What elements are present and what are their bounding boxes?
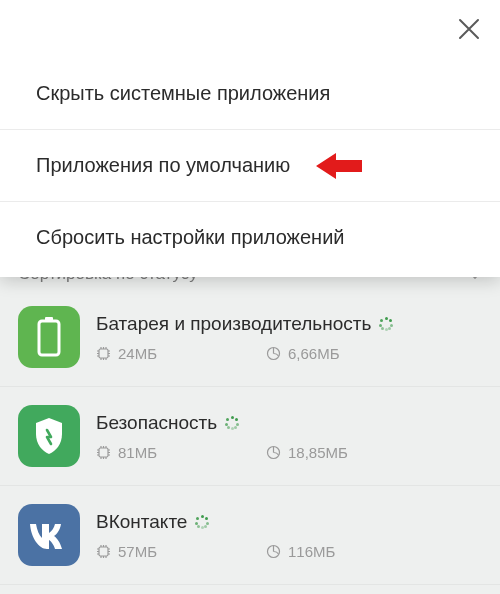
menu-item-hide-system[interactable]: Скрыть системные приложения [0,58,500,130]
menu-item-label: Сбросить настройки приложений [36,226,345,249]
menu-item-default-apps[interactable]: Приложения по умолчанию [0,130,500,202]
menu-item-label: Скрыть системные приложения [36,82,330,105]
menu-header [0,0,500,58]
menu-item-label: Приложения по умолчанию [36,154,290,177]
options-menu: Скрыть системные приложения Приложения п… [0,0,500,277]
highlight-arrow-icon [316,151,362,181]
menu-item-reset-prefs[interactable]: Сбросить настройки приложений [0,202,500,277]
close-icon[interactable] [456,16,482,42]
